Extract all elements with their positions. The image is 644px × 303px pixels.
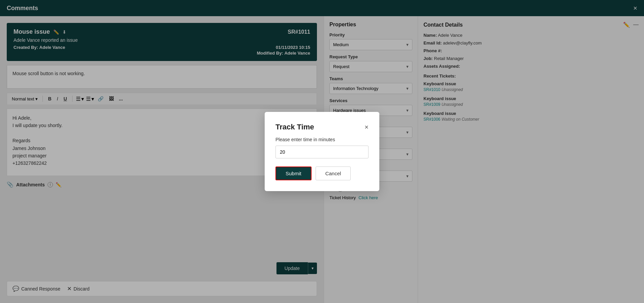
modal-overlay[interactable]: Track Time × Please enter time in minute… bbox=[0, 0, 644, 303]
modal-prompt-label: Please enter time in minutes bbox=[275, 137, 369, 142]
time-input[interactable] bbox=[275, 146, 369, 158]
modal-cancel-button[interactable]: Cancel bbox=[316, 166, 351, 180]
modal-submit-button[interactable]: Submit bbox=[275, 166, 312, 180]
track-time-modal: Track Time × Please enter time in minute… bbox=[265, 112, 379, 191]
modal-close-button[interactable]: × bbox=[364, 123, 369, 131]
modal-header: Track Time × bbox=[275, 123, 369, 131]
modal-buttons: Submit Cancel bbox=[275, 166, 369, 180]
modal-title: Track Time bbox=[275, 123, 314, 131]
